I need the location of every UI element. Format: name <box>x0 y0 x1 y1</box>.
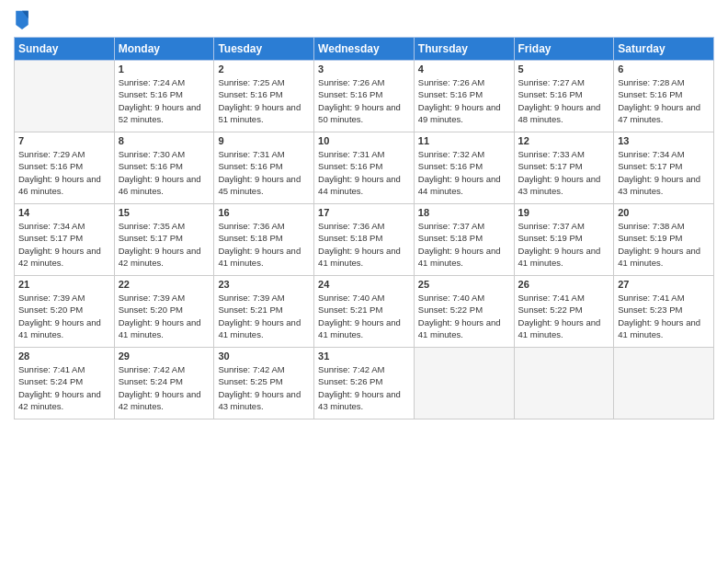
day-number: 15 <box>119 207 210 218</box>
day-info: Sunrise: 7:42 AMSunset: 5:26 PMDaylight:… <box>318 363 410 412</box>
calendar-cell <box>614 348 714 419</box>
calendar-cell: 27Sunrise: 7:41 AMSunset: 5:23 PMDayligh… <box>614 276 714 348</box>
day-number: 17 <box>318 207 410 218</box>
calendar-cell: 23Sunrise: 7:39 AMSunset: 5:21 PMDayligh… <box>214 276 314 348</box>
calendar-cell: 10Sunrise: 7:31 AMSunset: 5:16 PMDayligh… <box>314 132 415 204</box>
day-info: Sunrise: 7:35 AMSunset: 5:17 PMDaylight:… <box>119 220 210 269</box>
calendar-cell: 17Sunrise: 7:36 AMSunset: 5:18 PMDayligh… <box>314 204 415 276</box>
day-info: Sunrise: 7:42 AMSunset: 5:25 PMDaylight:… <box>218 363 310 412</box>
calendar-cell: 24Sunrise: 7:40 AMSunset: 5:21 PMDayligh… <box>314 276 415 348</box>
day-info: Sunrise: 7:37 AMSunset: 5:18 PMDaylight:… <box>418 220 510 269</box>
day-number: 5 <box>518 63 610 75</box>
calendar-cell: 22Sunrise: 7:39 AMSunset: 5:20 PMDayligh… <box>114 276 214 348</box>
day-number: 4 <box>418 63 510 75</box>
day-info: Sunrise: 7:25 AMSunset: 5:16 PMDaylight:… <box>218 76 310 125</box>
day-info: Sunrise: 7:29 AMSunset: 5:16 PMDaylight:… <box>18 148 110 197</box>
calendar-cell: 25Sunrise: 7:40 AMSunset: 5:22 PMDayligh… <box>414 276 514 348</box>
day-number: 29 <box>119 350 210 362</box>
calendar-cell: 9Sunrise: 7:31 AMSunset: 5:16 PMDaylight… <box>214 132 314 204</box>
day-info: Sunrise: 7:33 AMSunset: 5:17 PMDaylight:… <box>518 148 610 197</box>
day-info: Sunrise: 7:41 AMSunset: 5:22 PMDaylight:… <box>518 292 610 340</box>
calendar-cell: 1Sunrise: 7:24 AMSunset: 5:16 PMDaylight… <box>114 61 214 132</box>
day-number: 9 <box>218 135 310 146</box>
day-number: 12 <box>518 135 610 146</box>
calendar-cell: 5Sunrise: 7:27 AMSunset: 5:16 PMDaylight… <box>514 61 614 132</box>
day-number: 28 <box>18 350 110 362</box>
calendar-cell: 28Sunrise: 7:41 AMSunset: 5:24 PMDayligh… <box>15 348 115 419</box>
day-number: 23 <box>218 279 310 290</box>
calendar-cell: 2Sunrise: 7:25 AMSunset: 5:16 PMDaylight… <box>214 61 314 132</box>
calendar-cell: 6Sunrise: 7:28 AMSunset: 5:16 PMDaylight… <box>614 61 714 132</box>
weekday-header-monday: Monday <box>114 38 214 61</box>
weekday-header-tuesday: Tuesday <box>214 38 314 61</box>
calendar-cell: 11Sunrise: 7:32 AMSunset: 5:16 PMDayligh… <box>414 132 514 204</box>
calendar-cell: 15Sunrise: 7:35 AMSunset: 5:17 PMDayligh… <box>114 204 214 276</box>
calendar-cell: 26Sunrise: 7:41 AMSunset: 5:22 PMDayligh… <box>514 276 614 348</box>
weekday-header-row: SundayMondayTuesdayWednesdayThursdayFrid… <box>15 38 714 61</box>
week-row-5: 28Sunrise: 7:41 AMSunset: 5:24 PMDayligh… <box>15 348 714 419</box>
day-info: Sunrise: 7:36 AMSunset: 5:18 PMDaylight:… <box>218 220 310 269</box>
calendar-cell: 18Sunrise: 7:37 AMSunset: 5:18 PMDayligh… <box>414 204 514 276</box>
day-info: Sunrise: 7:32 AMSunset: 5:16 PMDaylight:… <box>418 148 510 197</box>
day-number: 26 <box>518 279 610 290</box>
day-info: Sunrise: 7:28 AMSunset: 5:16 PMDaylight:… <box>618 76 710 125</box>
calendar-cell: 14Sunrise: 7:34 AMSunset: 5:17 PMDayligh… <box>15 204 115 276</box>
day-number: 24 <box>318 279 410 290</box>
day-info: Sunrise: 7:39 AMSunset: 5:20 PMDaylight:… <box>119 292 210 340</box>
day-number: 27 <box>618 279 710 290</box>
calendar-cell <box>15 61 115 132</box>
day-info: Sunrise: 7:37 AMSunset: 5:19 PMDaylight:… <box>518 220 610 269</box>
day-number: 13 <box>618 135 710 146</box>
calendar-cell: 4Sunrise: 7:26 AMSunset: 5:16 PMDaylight… <box>414 61 514 132</box>
calendar-cell: 19Sunrise: 7:37 AMSunset: 5:19 PMDayligh… <box>514 204 614 276</box>
day-number: 31 <box>318 350 410 362</box>
calendar-cell <box>514 348 614 419</box>
day-number: 3 <box>318 63 410 75</box>
day-number: 20 <box>618 207 710 218</box>
calendar-cell: 31Sunrise: 7:42 AMSunset: 5:26 PMDayligh… <box>314 348 415 419</box>
day-number: 21 <box>18 279 110 290</box>
calendar: SundayMondayTuesdayWednesdayThursdayFrid… <box>14 37 714 419</box>
day-number: 19 <box>518 207 610 218</box>
weekday-header-wednesday: Wednesday <box>314 38 415 61</box>
calendar-cell: 21Sunrise: 7:39 AMSunset: 5:20 PMDayligh… <box>15 276 115 348</box>
day-info: Sunrise: 7:24 AMSunset: 5:16 PMDaylight:… <box>119 76 210 125</box>
day-number: 7 <box>18 135 110 146</box>
calendar-cell: 7Sunrise: 7:29 AMSunset: 5:16 PMDaylight… <box>15 132 115 204</box>
day-info: Sunrise: 7:39 AMSunset: 5:21 PMDaylight:… <box>218 292 310 340</box>
day-number: 8 <box>119 135 210 146</box>
week-row-3: 14Sunrise: 7:34 AMSunset: 5:17 PMDayligh… <box>15 204 714 276</box>
day-info: Sunrise: 7:31 AMSunset: 5:16 PMDaylight:… <box>218 148 310 197</box>
week-row-2: 7Sunrise: 7:29 AMSunset: 5:16 PMDaylight… <box>15 132 714 204</box>
calendar-cell: 13Sunrise: 7:34 AMSunset: 5:17 PMDayligh… <box>614 132 714 204</box>
day-info: Sunrise: 7:34 AMSunset: 5:17 PMDaylight:… <box>18 220 110 269</box>
day-number: 2 <box>218 63 310 75</box>
day-info: Sunrise: 7:38 AMSunset: 5:19 PMDaylight:… <box>618 220 710 269</box>
day-number: 11 <box>418 135 510 146</box>
day-number: 10 <box>318 135 410 146</box>
day-info: Sunrise: 7:40 AMSunset: 5:22 PMDaylight:… <box>418 292 510 340</box>
day-info: Sunrise: 7:31 AMSunset: 5:16 PMDaylight:… <box>318 148 410 197</box>
day-number: 22 <box>119 279 210 290</box>
day-info: Sunrise: 7:34 AMSunset: 5:17 PMDaylight:… <box>618 148 710 197</box>
calendar-cell: 16Sunrise: 7:36 AMSunset: 5:18 PMDayligh… <box>214 204 314 276</box>
logo-icon <box>14 9 30 29</box>
weekday-header-thursday: Thursday <box>414 38 514 61</box>
day-info: Sunrise: 7:27 AMSunset: 5:16 PMDaylight:… <box>518 76 610 125</box>
day-info: Sunrise: 7:26 AMSunset: 5:16 PMDaylight:… <box>418 76 510 125</box>
calendar-cell: 29Sunrise: 7:42 AMSunset: 5:24 PMDayligh… <box>114 348 214 419</box>
page: SundayMondayTuesdayWednesdayThursdayFrid… <box>0 0 728 563</box>
day-number: 14 <box>18 207 110 218</box>
day-number: 18 <box>418 207 510 218</box>
day-info: Sunrise: 7:36 AMSunset: 5:18 PMDaylight:… <box>318 220 410 269</box>
header <box>14 9 714 29</box>
calendar-cell: 20Sunrise: 7:38 AMSunset: 5:19 PMDayligh… <box>614 204 714 276</box>
week-row-1: 1Sunrise: 7:24 AMSunset: 5:16 PMDaylight… <box>15 61 714 132</box>
day-number: 30 <box>218 350 310 362</box>
day-number: 25 <box>418 279 510 290</box>
day-info: Sunrise: 7:30 AMSunset: 5:16 PMDaylight:… <box>119 148 210 197</box>
day-number: 1 <box>119 63 210 75</box>
calendar-cell <box>414 348 514 419</box>
day-info: Sunrise: 7:41 AMSunset: 5:23 PMDaylight:… <box>618 292 710 340</box>
calendar-cell: 12Sunrise: 7:33 AMSunset: 5:17 PMDayligh… <box>514 132 614 204</box>
